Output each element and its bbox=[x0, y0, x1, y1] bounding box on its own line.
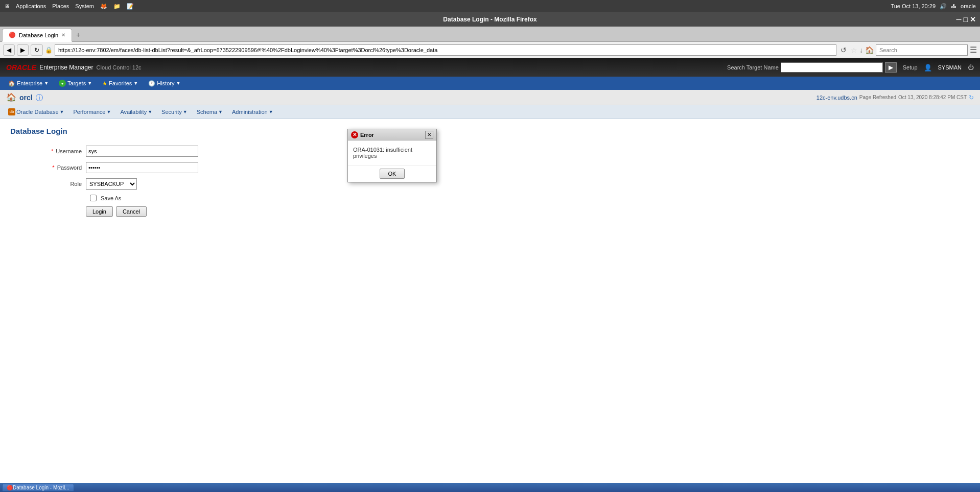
administration-arrow: ▼ bbox=[269, 109, 273, 114]
close-window-btn[interactable]: ✕ bbox=[970, 15, 976, 24]
username-input[interactable] bbox=[86, 146, 198, 157]
db-nav-administration[interactable]: Administration ▼ bbox=[228, 106, 277, 118]
notes-icon: 📝 bbox=[127, 3, 134, 10]
error-dialog-footer: OK bbox=[348, 165, 436, 182]
login-form: * Username * Password Role SYSBACKUP SYS… bbox=[31, 146, 970, 217]
nav-item-enterprise[interactable]: 🏠 Enterprise ▼ bbox=[4, 78, 53, 89]
address-bar[interactable] bbox=[55, 44, 836, 56]
error-dialog-titlebar: ✕ Error ✕ bbox=[348, 129, 436, 140]
oracle-database-arrow: ▼ bbox=[60, 109, 64, 114]
db-nav-oracle-database[interactable]: db Oracle Database ▼ bbox=[4, 106, 68, 118]
tab-label: Database Login bbox=[19, 32, 58, 38]
username-required-star: * bbox=[51, 148, 53, 154]
error-icon: ✕ bbox=[351, 131, 358, 138]
em-header-right: Search Target Name ▶ Setup 👤 SYSMAN ⏻ bbox=[727, 62, 974, 73]
reload-btn[interactable]: ↻ bbox=[31, 44, 43, 56]
nav-label-history: History bbox=[157, 80, 174, 86]
home-nav-icon[interactable]: 🏠 bbox=[865, 46, 874, 54]
volume-icon: 🔊 bbox=[940, 3, 947, 10]
target-name-area: 🏠 orcl i bbox=[6, 92, 43, 102]
save-as-label: Save As bbox=[101, 195, 121, 201]
error-dialog-body: ORA-01031: insufficient privileges bbox=[348, 140, 436, 165]
power-icon[interactable]: ⏻ bbox=[968, 64, 974, 71]
nav-label-targets: Targets bbox=[67, 80, 86, 86]
target-home-icon: 🏠 bbox=[6, 92, 16, 102]
target-bar-right: 12c-env.udbs.cn Page Refreshed Oct 13, 2… bbox=[816, 94, 974, 101]
applications-menu[interactable]: Applications bbox=[16, 3, 46, 9]
browser-search-input[interactable] bbox=[876, 44, 968, 56]
target-db-name[interactable]: orcl bbox=[19, 93, 33, 102]
availability-arrow: ▼ bbox=[148, 109, 152, 114]
minimize-btn[interactable]: ─ bbox=[956, 15, 962, 24]
forward-btn[interactable]: ▶ bbox=[17, 44, 29, 56]
system-menu[interactable]: System bbox=[75, 3, 94, 9]
db-subnav: db Oracle Database ▼ Performance ▼ Avail… bbox=[0, 105, 980, 119]
db-nav-security[interactable]: Security ▼ bbox=[157, 106, 192, 118]
taskbar: 🔴 Database Login - Mozil... bbox=[0, 483, 980, 492]
error-close-button[interactable]: ✕ bbox=[425, 131, 433, 139]
taskbar-favicon: 🔴 bbox=[7, 485, 13, 490]
role-select[interactable]: SYSBACKUP SYSDBA SYSOPER Normal bbox=[86, 178, 137, 190]
nav-item-favorites[interactable]: ★ Favorites ▼ bbox=[98, 78, 142, 89]
browser-window-controls[interactable]: ─ □ ✕ bbox=[956, 15, 976, 24]
user-label[interactable]: SYSMAN bbox=[938, 64, 962, 71]
maximize-btn[interactable]: □ bbox=[964, 15, 968, 24]
save-as-row: Save As bbox=[31, 195, 970, 201]
role-row: Role SYSBACKUP SYSDBA SYSOPER Normal bbox=[31, 178, 970, 190]
tab-close-btn[interactable]: ✕ bbox=[61, 32, 65, 38]
history-icon: 🕐 bbox=[148, 80, 155, 87]
back-btn[interactable]: ◀ bbox=[3, 44, 15, 56]
places-menu[interactable]: Places bbox=[52, 3, 69, 9]
target-info-icon[interactable]: i bbox=[36, 94, 43, 101]
nav-item-targets[interactable]: ● Targets ▼ bbox=[55, 78, 96, 89]
bookmark-star[interactable]: ☆ bbox=[851, 46, 857, 54]
db-nav-performance[interactable]: Performance ▼ bbox=[69, 106, 115, 118]
home-icon: 🏠 bbox=[8, 80, 15, 87]
role-label: Role bbox=[31, 181, 82, 187]
error-message: ORA-01031: insufficient privileges bbox=[353, 147, 412, 159]
favorites-star-icon: ★ bbox=[102, 80, 107, 87]
browser-tab-db-login[interactable]: 🔴 Database Login ✕ bbox=[2, 29, 72, 42]
os-app-icon: 🖥 bbox=[4, 3, 10, 9]
cancel-button[interactable]: Cancel bbox=[116, 206, 147, 217]
new-tab-btn[interactable]: + bbox=[72, 29, 84, 41]
setup-link[interactable]: Setup bbox=[903, 64, 918, 71]
page-title: Database Login bbox=[10, 127, 970, 135]
network-icon: 🖧 bbox=[951, 3, 956, 9]
password-input[interactable] bbox=[86, 162, 198, 173]
refresh-btn[interactable]: ↻ bbox=[969, 94, 974, 101]
user-icon: 👤 bbox=[924, 64, 932, 72]
nav-label-enterprise: Enterprise bbox=[17, 80, 42, 86]
security-arrow: ▼ bbox=[183, 109, 188, 114]
targets-icon: ● bbox=[59, 80, 66, 87]
username-row: * Username bbox=[31, 146, 970, 157]
form-buttons: Login Cancel bbox=[86, 206, 970, 217]
nav-item-history[interactable]: 🕐 History ▼ bbox=[144, 78, 184, 89]
error-ok-button[interactable]: OK bbox=[380, 169, 405, 179]
os-topbar-left: 🖥 Applications Places System 🦊 📁 📝 bbox=[4, 3, 134, 10]
search-target-input[interactable] bbox=[781, 62, 883, 73]
db-nav-availability[interactable]: Availability ▼ bbox=[116, 106, 156, 118]
nav-label-favorites: Favorites bbox=[109, 80, 132, 86]
db-nav-label-oracle-database: Oracle Database bbox=[16, 109, 59, 115]
menu-btn[interactable]: ☰ bbox=[970, 45, 977, 55]
save-as-checkbox[interactable] bbox=[90, 195, 97, 201]
em-version: Cloud Control 12c bbox=[97, 64, 142, 71]
refresh-time: Oct 13, 2020 8:28:42 PM CST bbox=[898, 95, 967, 100]
password-label: * Password bbox=[31, 165, 82, 171]
login-button[interactable]: Login bbox=[86, 206, 113, 217]
db-nav-schema[interactable]: Schema ▼ bbox=[193, 106, 227, 118]
reload-address-btn[interactable]: ↺ bbox=[838, 45, 849, 55]
server-link[interactable]: 12c-env.udbs.cn bbox=[816, 95, 857, 101]
username-label: * Username bbox=[31, 148, 82, 154]
firefox-icon: 🦊 bbox=[100, 3, 107, 10]
page-content: Database Login * Username * Password Rol… bbox=[0, 119, 980, 483]
os-time: Tue Oct 13, 20:29 bbox=[891, 3, 936, 9]
taskbar-item-db-login[interactable]: 🔴 Database Login - Mozil... bbox=[2, 484, 74, 491]
search-target-button[interactable]: ▶ bbox=[885, 62, 897, 73]
oracle-db-icon: db bbox=[8, 108, 15, 115]
lock-icon: 🔒 bbox=[45, 46, 53, 54]
enterprise-arrow: ▼ bbox=[44, 81, 49, 86]
os-topbar: 🖥 Applications Places System 🦊 📁 📝 Tue O… bbox=[0, 0, 980, 12]
taskbar-item-label: Database Login - Mozil... bbox=[13, 485, 69, 490]
